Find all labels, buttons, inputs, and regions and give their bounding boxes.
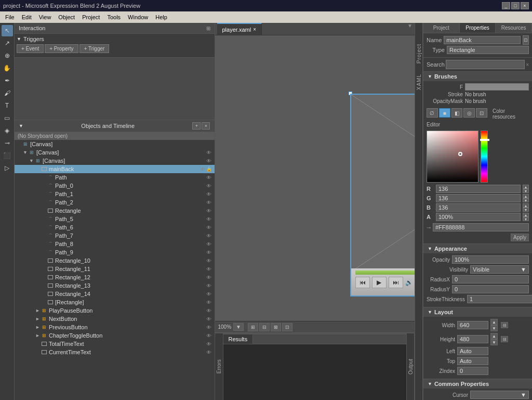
r-input[interactable] [436, 185, 521, 193]
mainback-lock[interactable]: 🔒 [206, 166, 212, 172]
objects-expand-icon[interactable]: ▼ [19, 123, 23, 128]
g-down-button[interactable]: ▼ [523, 198, 529, 202]
brush-linear-button[interactable]: ◧ [451, 108, 463, 118]
path5-eye[interactable]: 👁 [205, 215, 212, 223]
rect13-eye[interactable]: 👁 [205, 282, 212, 289]
search-input[interactable] [446, 60, 525, 69]
canvas-2-eye[interactable]: 👁 [205, 157, 212, 164]
tool-fill[interactable]: ⬛ [2, 150, 13, 161]
a-input[interactable] [436, 213, 521, 221]
grid-icon[interactable]: ⊞ [248, 323, 258, 331]
volume-icon[interactable]: 🔊 [405, 279, 413, 286]
top-input[interactable] [457, 357, 488, 365]
tool-pan[interactable]: ✋ [2, 62, 13, 74]
path6-eye[interactable]: 👁 [205, 224, 212, 231]
tab-scroll-arrow[interactable]: ▼ [405, 23, 415, 35]
properties-tab[interactable]: Properties [460, 23, 496, 33]
path7-eye[interactable]: 👁 [205, 232, 212, 239]
name-action-button[interactable]: ⊡ [523, 35, 529, 45]
tree-item-playpause[interactable]: ► ⊞ PlayPauseButton 👁 [15, 306, 215, 315]
path0-eye[interactable]: 👁 [205, 182, 212, 189]
tree-item-path7[interactable]: ⌒ Path_7 👁 [15, 231, 215, 240]
add-event-button[interactable]: + Event [17, 44, 44, 53]
tool-rectangle[interactable]: ▭ [2, 112, 13, 124]
opacity-input[interactable] [452, 255, 529, 264]
volup-eye[interactable]: 👁 [205, 357, 212, 358]
menu-file[interactable]: File [2, 13, 18, 21]
tree-item-rect-bracket[interactable]: [Rectangle] 👁 [15, 298, 215, 306]
tree-item-next[interactable]: ► ⊞ NextButton 👁 [15, 315, 215, 323]
maximize-button[interactable]: □ [511, 2, 520, 9]
tool-text[interactable]: T [2, 100, 13, 111]
apply-color-button[interactable]: Apply [511, 234, 529, 241]
tree-item-rect[interactable]: Rectangle 👁 [15, 207, 215, 215]
rect14-eye[interactable]: 👁 [205, 290, 212, 298]
tree-item-rect14[interactable]: Rectangle_14 👁 [15, 290, 215, 298]
totaltime-eye[interactable]: 👁 [205, 340, 212, 347]
results-tab[interactable]: Results [223, 334, 254, 344]
rect11-eye[interactable]: 👁 [205, 265, 212, 273]
tree-item-chapter[interactable]: ► ⊞ ChapterToggleButton 👁 [15, 331, 215, 340]
path2-eye[interactable]: 👁 [205, 199, 212, 206]
brushes-header[interactable]: ▼ Brushes [423, 72, 532, 81]
height-lock-button[interactable]: ⊟ [501, 336, 508, 342]
brush-image-button[interactable]: ⊡ [476, 108, 487, 118]
currenttime-eye[interactable]: 👁 [205, 349, 212, 356]
tool-pen[interactable]: ✒ [2, 75, 13, 86]
mainback-eye[interactable]: 👁 [199, 165, 206, 173]
add-property-button[interactable]: + Property [45, 44, 78, 53]
tree-item-rect12[interactable]: Rectangle_12 👁 [15, 273, 215, 281]
search-clear-icon[interactable]: × [526, 62, 529, 68]
hex-input[interactable] [433, 223, 529, 231]
brush-none-button[interactable]: ∅ [427, 108, 438, 118]
add-trigger-button[interactable]: + Trigger [79, 44, 110, 53]
b-down-button[interactable]: ▼ [523, 208, 529, 212]
hex-eyedropper-icon[interactable]: ⊸ [427, 225, 431, 230]
tree-item-path6[interactable]: ⌒ Path_6 👁 [15, 223, 215, 231]
rect-bracket-eye[interactable]: 👁 [205, 299, 212, 306]
menu-window[interactable]: Window [125, 13, 151, 21]
prev-eye[interactable]: 👁 [205, 324, 212, 331]
height-up-button[interactable]: ▲ [490, 333, 498, 339]
tree-item-path1[interactable]: ⌒ Path_1 👁 [15, 190, 215, 198]
fill-swatch[interactable] [465, 83, 529, 91]
menu-edit[interactable]: Edit [19, 13, 35, 21]
g-input[interactable] [436, 194, 521, 202]
layout-header[interactable]: ▼ Layout [423, 307, 532, 317]
snap2-icon[interactable]: ⊠ [271, 323, 281, 331]
zoom-dropdown-button[interactable]: ▼ [233, 323, 244, 331]
zindex-input[interactable] [457, 367, 488, 375]
menu-help[interactable]: Help [152, 13, 170, 21]
left-input[interactable] [457, 347, 488, 355]
b-input[interactable] [436, 203, 521, 212]
minimize-button[interactable]: _ [502, 2, 510, 9]
play-button[interactable]: ▶ [372, 277, 387, 288]
tree-item-canvas-root[interactable]: ⊞ [Canvas] [15, 140, 215, 148]
tree-item-rect10[interactable]: Rectangle_10 👁 [15, 256, 215, 265]
tree-item-rect11[interactable]: Rectangle_11 👁 [15, 265, 215, 273]
r-down-button[interactable]: ▼ [523, 189, 529, 193]
project-tab[interactable]: Project [423, 23, 460, 33]
path8-eye[interactable]: 👁 [205, 240, 212, 248]
objects-close-button[interactable]: × [202, 122, 210, 130]
path9-eye[interactable]: 👁 [205, 249, 212, 256]
resources-tab[interactable]: Resources [496, 23, 532, 33]
triggers-expand-icon[interactable]: ▼ [17, 36, 21, 42]
tool-paint[interactable]: ◈ [2, 125, 13, 136]
common-properties-header[interactable]: ▼ Common Properties [423, 379, 532, 389]
path1-eye[interactable]: 👁 [205, 190, 212, 198]
tool-zoom[interactable]: ⊕ [2, 50, 13, 61]
objects-add-button[interactable]: + [192, 122, 201, 130]
snap-icon[interactable]: ⊟ [259, 323, 270, 331]
tree-item-path9[interactable]: ⌒ Path_9 👁 [15, 248, 215, 256]
canvas-1-eye[interactable]: 👁 [205, 149, 212, 156]
tree-item-currenttime[interactable]: CurrentTimeText 👁 [15, 348, 215, 356]
menu-project[interactable]: Project [79, 13, 103, 21]
width-down-button[interactable]: ▼ [490, 325, 498, 331]
progress-bar[interactable] [355, 270, 415, 275]
height-input[interactable] [457, 335, 488, 343]
a-up-button[interactable]: ▲ [523, 213, 529, 217]
color-cursor[interactable] [458, 152, 462, 156]
brush-radial-button[interactable]: ◎ [463, 108, 475, 118]
tree-item-rect13[interactable]: Rectangle_13 👁 [15, 281, 215, 290]
